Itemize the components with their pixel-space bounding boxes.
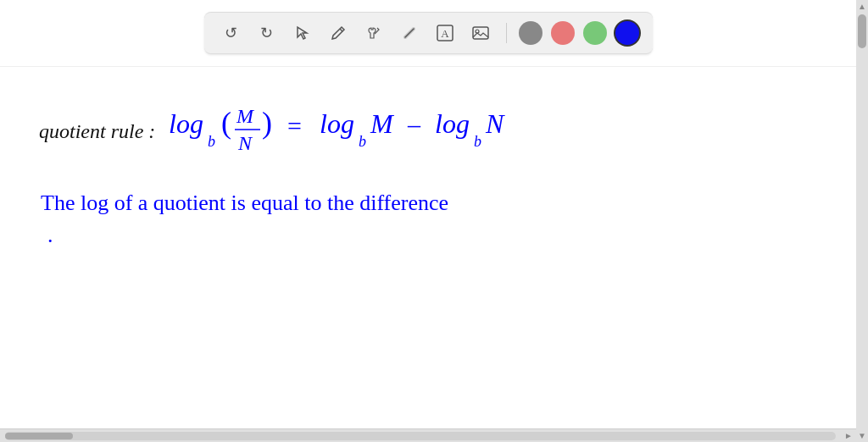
math-formula-svg: log b ( M N ) = log b M	[169, 97, 643, 165]
svg-text:M: M	[236, 105, 255, 127]
tools-button[interactable]	[360, 19, 387, 47]
svg-text:–: –	[407, 110, 421, 138]
color-gray[interactable]	[519, 21, 542, 45]
color-pink[interactable]	[551, 21, 575, 45]
formula-label: quotient rule :	[39, 120, 155, 143]
whiteboard: quotient rule : log b ( M N ) =	[0, 67, 856, 428]
bottom-scrollbar: ►	[0, 428, 856, 442]
main-area: ↺ ↻	[0, 0, 868, 442]
scroll-right-arrow[interactable]: ►	[841, 431, 856, 440]
svg-text:(: (	[221, 106, 231, 140]
svg-text:): )	[262, 106, 272, 140]
svg-text:A: A	[441, 27, 449, 40]
svg-text:N: N	[237, 132, 253, 154]
svg-text:M: M	[370, 108, 395, 139]
description-line1: The log of a quotient is equal to the di…	[41, 185, 831, 221]
scroll-down-arrow[interactable]: ▼	[858, 431, 866, 440]
bottom-thumb[interactable]	[5, 433, 73, 439]
svg-text:b: b	[208, 133, 215, 150]
scroll-up-arrow[interactable]: ▲	[858, 2, 866, 11]
svg-text:b: b	[359, 133, 366, 150]
canvas-container: ↺ ↻	[0, 0, 856, 442]
text-button[interactable]: A	[431, 19, 459, 47]
color-blue[interactable]	[615, 21, 639, 45]
description-line2: .	[47, 223, 831, 248]
color-green[interactable]	[583, 21, 607, 45]
svg-text:N: N	[485, 108, 505, 139]
svg-rect-2	[473, 27, 488, 39]
toolbar: ↺ ↻	[204, 12, 653, 54]
redo-button[interactable]: ↻	[253, 19, 281, 47]
svg-text:=: =	[287, 112, 302, 140]
pencil-button[interactable]	[325, 19, 352, 47]
select-button[interactable]	[289, 19, 316, 47]
undo-button[interactable]: ↺	[218, 19, 245, 47]
svg-text:log: log	[320, 108, 354, 139]
svg-text:b: b	[474, 133, 481, 150]
svg-text:log: log	[169, 108, 203, 139]
highlighter-button[interactable]	[396, 19, 423, 47]
right-thumb[interactable]	[858, 14, 866, 48]
bottom-track	[5, 432, 836, 440]
svg-text:log: log	[435, 108, 470, 139]
image-button[interactable]	[467, 19, 494, 47]
right-scrollbar: ▲ ▼	[856, 0, 868, 442]
